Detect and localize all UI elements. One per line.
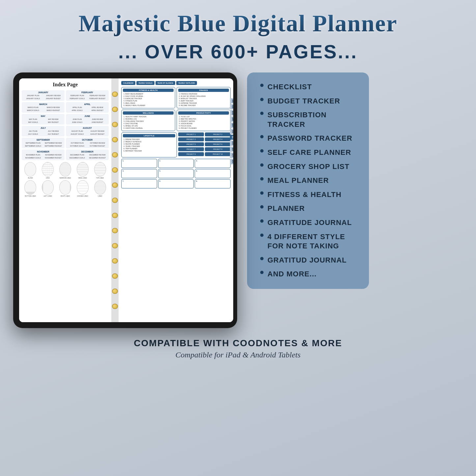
sub-title: ... OVER 600+ PAGES...	[0, 41, 476, 63]
section-row-wellness-productivity: WELLNESS 1. HEALTHY HABIT TRACKER 2. REA…	[121, 110, 231, 131]
tab-yearly-goals[interactable]: YEARLY GOALS	[136, 81, 154, 85]
tab-oct[interactable]: OCT	[230, 153, 233, 158]
note-style-bottom: BOTTOM LINED	[24, 180, 36, 197]
section-fitness: FITNESS & HEALTH 1. BODY MEASUREMENT 2. …	[121, 87, 175, 108]
section-title-productivity: PRODUCTIVITY	[178, 111, 229, 115]
month-block-dec: DECEMBER DECEMBER PLAN DECEMBER REVIEW D…	[66, 150, 109, 160]
tab-may[interactable]: MAY	[230, 123, 233, 128]
panel-item-gratitude: GRATITUDE JOURNAL	[260, 218, 359, 228]
tab-jan[interactable]: JAN	[230, 98, 233, 103]
tab-calendar[interactable]: CALENDAR	[121, 81, 135, 85]
section-wellness: WELLNESS 1. HEALTHY HABIT TRACKER 2. REA…	[121, 110, 175, 131]
num-box-5: 5.	[158, 169, 194, 178]
project-9-btn[interactable]: PROJECT 9	[178, 152, 204, 156]
numbered-grid-row2: 4. 5. 6.	[121, 169, 231, 178]
project-7-btn[interactable]: PROJECT 7	[178, 147, 204, 151]
section-title-fitness: FITNESS & HEALTH	[123, 89, 174, 92]
bullet-notetaking	[260, 234, 264, 237]
tablet-inner: Index Page JANUARY JANUARY PLAN JANUARY …	[19, 78, 233, 322]
section-row-lifestyle-projects: LIFESTYLE 1. DREAM TRACKER 2. WEEKLY SCH…	[121, 132, 231, 157]
panel-item-password: PASSWORD TRACKER	[260, 134, 359, 143]
num-box-1: 1.	[121, 159, 157, 168]
project-6-btn[interactable]: PROJECT 6	[205, 142, 231, 146]
tablet: Index Page JANUARY JANUARY PLAN JANUARY …	[13, 72, 237, 328]
panel-text-gratitude: GRATITUDE JOURNAL	[267, 218, 352, 228]
tab-yearly-outlook[interactable]: YEARLY OUTLOOK	[176, 81, 197, 85]
note-styles-row1: BLANK GRID NARROW LINED WIDE LINED	[22, 162, 109, 179]
project-5-btn[interactable]: PROJECT 5	[178, 142, 204, 146]
right-page: JAN FEB MAR APR MAY JUN JUL AUG SEP OCT …	[119, 78, 233, 322]
panel-item-meal: MEAL PLANNER	[260, 176, 359, 185]
panel-item-fitness: FITNESS & HEALTH	[260, 190, 359, 200]
project-10-btn[interactable]: PROJECT 10	[205, 152, 231, 156]
section-title-wellness: WELLNESS	[123, 111, 174, 115]
month-block-nov: NOVEMBER NOVEMBER PLAN NOVEMBER REVIEW N…	[22, 150, 65, 160]
bullet-grocery	[260, 163, 264, 167]
features-panel: CHECKLIST BUDGET TRACKER SUBSCRIBTION TR…	[247, 72, 369, 289]
num-box-8: 8.	[158, 179, 194, 188]
bullet-fitness	[260, 191, 264, 195]
panel-text-grocery: GROCERY SHOP LIST	[267, 162, 350, 172]
tab-feb[interactable]: FEB	[230, 104, 233, 109]
tab-jul[interactable]: JUL	[230, 135, 233, 140]
projects-section: PROJECT 1 PROJECT 2 PROJECT 3 PROJECT 4 …	[178, 132, 231, 157]
month-block-may: MAY MAY PLAN MAY REVIEW MAY GOALS MAY BU…	[22, 114, 65, 125]
note-style-left: LEFT LINED	[42, 180, 54, 197]
month-block-feb: FEBRUARY FEBRUARY PLAN FEBRUARY REVIEW F…	[66, 90, 109, 101]
bullet-selfcare	[260, 149, 264, 153]
compatible-main: COMPATIBLE WITH COODNOTES & MORE	[0, 338, 476, 349]
section-row-fitness-finance: FITNESS & HEALTH 1. BODY MEASUREMENT 2. …	[121, 87, 231, 108]
tab-mar[interactable]: MAR	[230, 110, 233, 116]
month-block-apr: APRIL APRIL PLAN APRIL REVIEW APRIL GOAL…	[66, 102, 109, 113]
section-title-lifestyle: LIFESTYLE	[123, 134, 175, 137]
panel-text-password: PASSWORD TRACKER	[267, 134, 352, 143]
tab-year-at-glance[interactable]: YEAR AT GLANCE	[155, 81, 175, 85]
bullet-budget	[260, 98, 264, 101]
bullet-gratitude	[260, 219, 264, 223]
project-1-btn[interactable]: PROJECT 1	[178, 132, 204, 136]
note-style-lined: LINED	[94, 180, 106, 197]
bullet-meal	[260, 177, 264, 181]
tablet-wrapper: Index Page JANUARY JANUARY PLAN JANUARY …	[13, 72, 237, 328]
panel-item-selfcare: SELF CARE PLANNER	[260, 148, 359, 157]
panel-item-checklist: CHECKLIST	[260, 82, 359, 92]
tab-jun[interactable]: JUN	[230, 129, 233, 134]
project-8-btn[interactable]: PROJECT 8	[205, 147, 231, 151]
bullet-checklist	[260, 84, 264, 87]
numbered-grid-row1: 1. 2. 3.	[121, 159, 231, 168]
section-finance: FINANCE 1. FINANCE OVERVIEW 2. 30 DAY NO…	[177, 87, 231, 108]
month-block-aug: AUGUST AUGUST PLAN AUGUST REVIEW AUGUST …	[66, 126, 109, 136]
left-page: Index Page JANUARY JANUARY PLAN JANUARY …	[19, 78, 111, 322]
footer: COMPATIBLE WITH COODNOTES & MORE Compati…	[0, 338, 476, 366]
month-block-mar: MARCH MARCH PLAN MARCH REVIEW MARCH GOAL…	[22, 102, 65, 113]
note-style-blank: BLANK	[24, 162, 36, 179]
num-box-9: 9.	[195, 179, 231, 188]
panel-text-checklist: CHECKLIST	[267, 82, 312, 92]
panel-text-meal: MEAL PLANNER	[267, 176, 329, 185]
main-title: Majestic Blue Digital Planner	[0, 0, 476, 37]
tab-aug[interactable]: AUG	[230, 140, 233, 146]
note-style-narrow: NARROW LINED	[59, 162, 71, 179]
note-style-right: RIGHT LINED	[59, 180, 71, 197]
num-box-7: 7.	[121, 179, 157, 188]
panel-item-grocery: GROCERY SHOP LIST	[260, 162, 359, 172]
num-box-2: 2.	[158, 159, 194, 168]
num-box-4: 4.	[121, 169, 157, 178]
panel-item-gratitud2: GRATITUD JOURNAL	[260, 256, 359, 265]
note-style-wide: WIDE LINED	[77, 162, 89, 179]
project-2-btn[interactable]: PROJECT 2	[205, 132, 231, 136]
project-3-btn[interactable]: PROJECT 3	[178, 137, 204, 141]
tab-sep[interactable]: SEP	[230, 147, 233, 152]
tab-nov[interactable]: NOV	[230, 159, 233, 164]
panel-text-notetaking: 4 DIFFERENT STYLE FOR NOTE TAKING	[267, 232, 359, 251]
bullet-more	[260, 271, 264, 274]
month-block-jan: JANUARY JANUARY PLAN JANUARY REVIEW JANU…	[22, 90, 65, 101]
tab-apr[interactable]: APR	[230, 116, 233, 122]
top-tab-bar: CALENDAR YEARLY GOALS YEAR AT GLANCE YEA…	[121, 81, 231, 85]
panel-text-more: AND MORE...	[267, 269, 317, 279]
project-4-btn[interactable]: PROJECT 4	[205, 137, 231, 141]
content-row: Index Page JANUARY JANUARY PLAN JANUARY …	[0, 72, 476, 328]
compatible-sub: Compatible for iPad & Android Tablets	[0, 350, 476, 359]
bullet-planner	[260, 205, 264, 209]
panel-item-more: AND MORE...	[260, 269, 359, 279]
